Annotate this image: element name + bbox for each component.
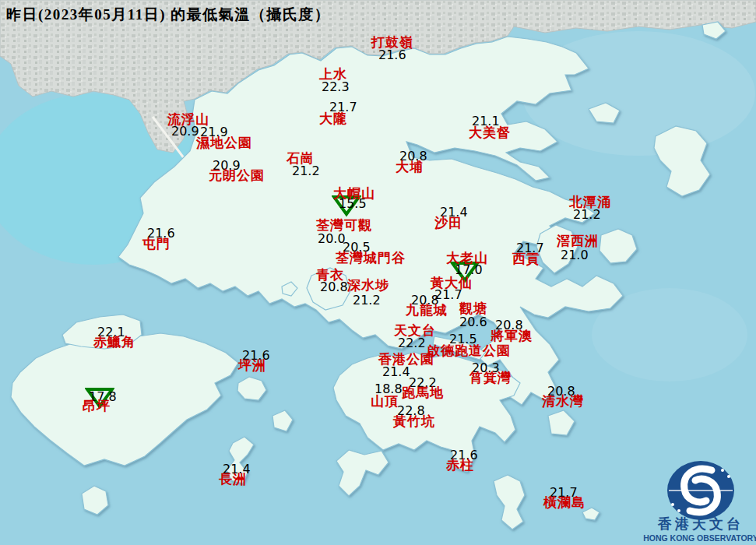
station-value: 21.2 — [573, 209, 601, 221]
station-name: 觀塘 — [459, 302, 487, 315]
station-name: 西貢 — [512, 252, 540, 265]
station-name: 大隴 — [319, 112, 347, 125]
station-name: 啟德跑道公園 — [427, 344, 511, 357]
station-name: 黃大仙 — [431, 276, 473, 290]
station-name: 大埔 — [396, 160, 424, 174]
station-value: 21.2 — [353, 294, 381, 307]
station-name: 濕地公園 — [196, 136, 252, 149]
min-temperature-map: 香港天文台 HONG KONG OBSERVATORY 昨日(2023年05月1… — [0, 0, 756, 545]
station-name: 大老山 — [446, 251, 488, 265]
station-name: 石崗 — [287, 152, 315, 165]
station-name: 黃竹坑 — [393, 415, 435, 428]
station-name: 赤柱 — [446, 459, 474, 472]
station-name: 筲箕灣 — [469, 371, 512, 385]
station-name: 坪洲 — [238, 359, 266, 372]
station-name: 山頂 — [371, 395, 399, 408]
station-value: 20.8 — [320, 281, 348, 294]
station-name: 昂坪 — [83, 399, 111, 413]
station-name: 天文台 — [394, 324, 436, 337]
station-name: 北潭涌 — [569, 195, 611, 209]
station-value: 21.4 — [382, 366, 410, 378]
station-value: 20.9 — [171, 125, 199, 138]
station-name: 上水 — [319, 68, 347, 81]
station-value: 17.0 — [455, 264, 483, 276]
station-name: 香港公園 — [378, 353, 434, 366]
station-name: 大帽山 — [333, 187, 375, 200]
station-layer: 21.6打鼓嶺22.3上水21.7大隴21.1大美督20.9流浮山21.9濕地公… — [0, 0, 756, 545]
station-name: 元朗公園 — [209, 169, 265, 182]
station-value: 21.0 — [561, 249, 589, 262]
station-name: 滘西洲 — [557, 234, 599, 248]
station-name: 清水灣 — [542, 395, 584, 408]
station-name: 青衣 — [316, 269, 344, 282]
station-name: 荃灣可觀 — [316, 219, 372, 232]
station-value: 22.2 — [398, 337, 426, 350]
station-name: 橫瀾島 — [543, 496, 585, 509]
station-value: 20.6 — [459, 316, 487, 329]
station-name: 大美督 — [469, 126, 511, 139]
station-value: 20.0 — [318, 233, 346, 245]
station-name: 荃灣城門谷 — [336, 251, 406, 265]
station-name: 赤鱲角 — [93, 336, 135, 349]
station-value: 22.3 — [322, 81, 350, 93]
station-value: 21.2 — [292, 165, 320, 178]
station-name: 跑馬地 — [402, 386, 444, 399]
station-name: 將軍澳 — [491, 329, 533, 343]
station-value: 21.6 — [378, 49, 406, 62]
station-name: 屯門 — [142, 237, 171, 251]
page-title: 昨日(2023年05月11日) 的最低氣溫（攝氏度） — [6, 5, 330, 25]
station-name: 九龍城 — [406, 304, 448, 317]
station-name: 沙田 — [434, 216, 462, 230]
station-name: 深水埗 — [347, 279, 389, 292]
station-name: 長洲 — [219, 473, 247, 486]
station-name: 打鼓嶺 — [371, 36, 413, 49]
